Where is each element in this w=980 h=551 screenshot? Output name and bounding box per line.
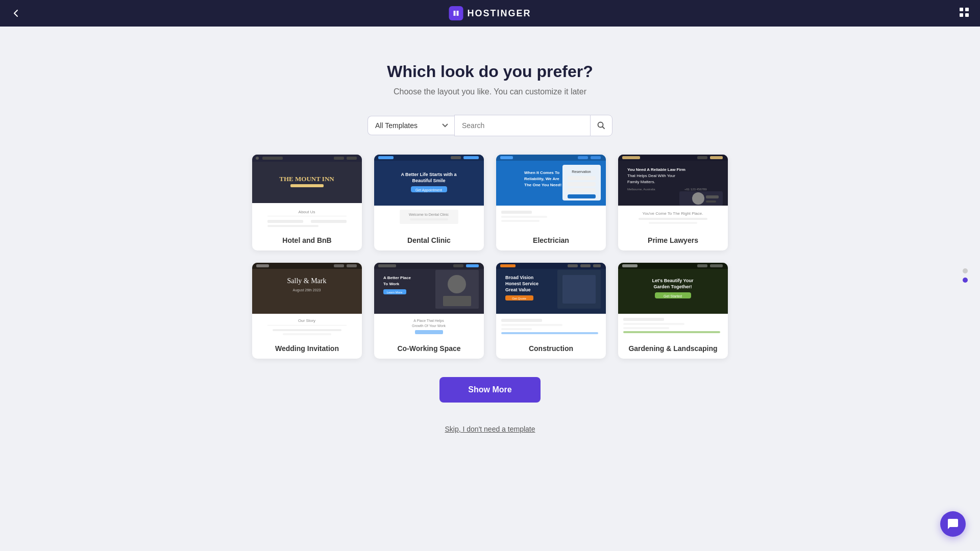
svg-rect-110 xyxy=(593,264,601,267)
svg-text:August 26th 2023: August 26th 2023 xyxy=(293,288,321,292)
template-card-wedding[interactable]: Sally & Mark August 26th 2023 Our Story … xyxy=(252,263,362,359)
page-subtitle: Choose the layout you like. You can cust… xyxy=(394,87,586,96)
back-button[interactable] xyxy=(10,8,21,19)
svg-rect-121 xyxy=(501,328,532,330)
search-input[interactable] xyxy=(454,115,590,136)
grid-icon[interactable] xyxy=(959,7,970,20)
template-label-coworking: Co-Working Space xyxy=(374,338,484,359)
svg-rect-51 xyxy=(501,211,532,214)
svg-rect-47 xyxy=(568,182,596,186)
template-card-dental[interactable]: A Better Life Starts with a Beautiful Sm… xyxy=(374,155,484,251)
search-button[interactable] xyxy=(590,115,612,136)
svg-rect-48 xyxy=(568,188,596,192)
svg-text:Broad Vision: Broad Vision xyxy=(505,275,533,280)
svg-text:Get Appointment: Get Appointment xyxy=(415,188,442,192)
svg-text:Let's Beautify Your: Let's Beautify Your xyxy=(652,278,694,283)
svg-rect-52 xyxy=(501,216,547,218)
svg-point-9 xyxy=(256,157,259,160)
template-card-construction[interactable]: Broad Vision Honest Service Great Value … xyxy=(496,263,606,359)
logo-icon xyxy=(449,6,463,20)
svg-text:You Need A Reliable Law Firm: You Need A Reliable Law Firm xyxy=(627,167,685,172)
side-dot-1[interactable] xyxy=(963,268,968,273)
template-card-coworking[interactable]: A Better Place To Work Learn More A Plac… xyxy=(374,263,484,359)
svg-text:Family Matters.: Family Matters. xyxy=(627,180,655,184)
svg-rect-11 xyxy=(334,157,344,160)
svg-rect-122 xyxy=(501,332,598,334)
svg-point-66 xyxy=(692,192,704,205)
template-label-lawyers: Prime Lawyers xyxy=(618,230,728,251)
chat-button[interactable] xyxy=(940,511,966,537)
side-dots xyxy=(963,268,968,283)
show-more-button[interactable]: Show More xyxy=(439,377,540,403)
svg-rect-108 xyxy=(568,264,578,267)
logo-text: HOSTINGER xyxy=(467,8,531,19)
svg-text:A Better Place: A Better Place xyxy=(383,276,411,280)
svg-text:Reliability, We Are: Reliability, We Are xyxy=(524,177,559,181)
template-card-electrician[interactable]: When It Comes To Reliability, We Are The… xyxy=(496,155,606,251)
template-card-hotel[interactable]: THE MOUNT INN About Us Hotel and BnB xyxy=(252,155,362,251)
template-thumb-lawyers: You Need A Reliable Law Firm That Helps … xyxy=(618,155,728,230)
template-thumb-gardening: Let's Beautify Your Garden Together! Get… xyxy=(618,263,728,338)
svg-text:Melbourne, Australia: Melbourne, Australia xyxy=(627,188,655,191)
svg-rect-12 xyxy=(347,157,357,160)
svg-rect-34 xyxy=(410,218,448,220)
svg-rect-129 xyxy=(710,264,723,267)
svg-text:To Work: To Work xyxy=(383,282,400,286)
svg-rect-138 xyxy=(623,331,720,333)
template-thumb-dental: A Better Life Starts with a Beautiful Sm… xyxy=(374,155,484,230)
svg-text:Great Value: Great Value xyxy=(505,287,531,292)
svg-rect-90 xyxy=(378,264,396,267)
svg-rect-53 xyxy=(501,220,540,222)
svg-text:THE MOUNT INN: THE MOUNT INN xyxy=(279,175,334,183)
svg-text:Get Quote: Get Quote xyxy=(512,297,526,300)
svg-rect-78 xyxy=(334,264,344,267)
svg-rect-18 xyxy=(267,220,303,223)
svg-rect-17 xyxy=(267,216,347,216)
side-dot-2[interactable] xyxy=(963,278,968,283)
header: HOSTINGER xyxy=(0,0,980,27)
template-grid: THE MOUNT INN About Us Hotel and BnB xyxy=(252,155,728,359)
svg-text:A Better Life Starts with a: A Better Life Starts with a xyxy=(401,172,457,177)
svg-rect-25 xyxy=(451,156,461,159)
svg-text:About Us: About Us xyxy=(299,210,315,214)
svg-rect-2 xyxy=(965,8,969,11)
svg-rect-49 xyxy=(568,194,596,198)
svg-rect-84 xyxy=(267,325,347,325)
svg-rect-14 xyxy=(290,184,324,187)
svg-text:Our Story: Our Story xyxy=(298,318,315,323)
svg-text:When It Comes To: When It Comes To xyxy=(524,170,559,175)
page-title: Which look do you prefer? xyxy=(387,62,593,81)
svg-rect-127 xyxy=(622,264,638,267)
svg-rect-57 xyxy=(622,156,640,159)
template-thumb-wedding: Sally & Mark August 26th 2023 Our Story xyxy=(252,263,362,338)
svg-text:Beautiful Smile: Beautiful Smile xyxy=(412,178,445,183)
svg-rect-72 xyxy=(649,222,697,224)
template-thumb-hotel: THE MOUNT INN About Us xyxy=(252,155,362,230)
svg-rect-135 xyxy=(623,318,664,321)
svg-text:Growth Of Your Work: Growth Of Your Work xyxy=(412,324,446,328)
svg-rect-46 xyxy=(568,176,596,180)
svg-rect-120 xyxy=(501,324,562,326)
template-card-gardening[interactable]: Let's Beautify Your Garden Together! Get… xyxy=(618,263,728,359)
svg-rect-68 xyxy=(706,201,716,203)
template-filter-select[interactable]: All Templates Business Portfolio Blog E-… xyxy=(368,116,454,135)
svg-rect-128 xyxy=(697,264,707,267)
svg-text:That Helps Deal With Your: That Helps Deal With Your xyxy=(627,173,675,178)
template-card-lawyers[interactable]: You Need A Reliable Law Firm That Helps … xyxy=(618,155,728,251)
svg-text:+61 123 456789: +61 123 456789 xyxy=(684,188,707,191)
svg-text:Garden Together!: Garden Together! xyxy=(654,284,692,289)
svg-rect-19 xyxy=(311,220,347,223)
template-label-electrician: Electrician xyxy=(496,230,606,251)
svg-text:Honest Service: Honest Service xyxy=(505,281,538,286)
svg-rect-79 xyxy=(347,264,357,267)
template-label-hotel: Hotel and BnB xyxy=(252,230,362,251)
svg-rect-59 xyxy=(710,156,723,159)
svg-rect-86 xyxy=(283,333,331,335)
template-label-wedding: Wedding Invitation xyxy=(252,338,362,359)
svg-rect-39 xyxy=(578,156,588,159)
svg-rect-38 xyxy=(500,156,513,159)
svg-text:Get Started: Get Started xyxy=(664,294,682,298)
svg-rect-24 xyxy=(378,156,394,159)
skip-link[interactable]: Skip, I don't need a template xyxy=(445,425,535,433)
svg-text:The One You Need!: The One You Need! xyxy=(524,183,561,187)
